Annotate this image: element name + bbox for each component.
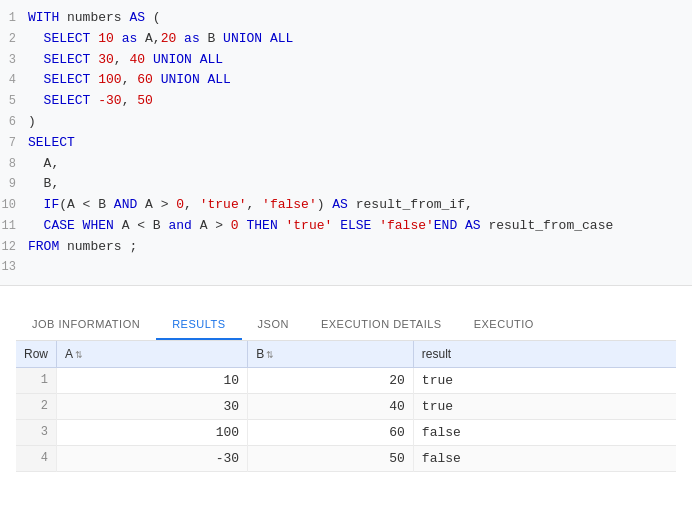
cell-b: 50 <box>248 445 414 471</box>
code-line: 7SELECT <box>0 133 692 154</box>
code-token: -30 <box>98 93 121 108</box>
code-token <box>371 218 379 233</box>
code-token: END <box>434 218 457 233</box>
line-number: 7 <box>0 134 28 153</box>
code-token: ( <box>145 10 161 25</box>
code-token: numbers ; <box>59 239 137 254</box>
line-number: 1 <box>0 9 28 28</box>
line-number: 11 <box>0 217 28 236</box>
cell-a: 30 <box>57 393 248 419</box>
col-header-row[interactable]: Row <box>16 341 57 368</box>
cell-b: 20 <box>248 367 414 393</box>
code-token: UNION ALL <box>161 72 231 87</box>
tab-results[interactable]: RESULTS <box>156 310 241 340</box>
code-line: 1WITH numbers AS ( <box>0 8 692 29</box>
code-token: 100 <box>98 72 121 87</box>
code-token <box>278 218 286 233</box>
code-token: , <box>114 52 130 67</box>
col-header-b[interactable]: B⇅ <box>248 341 414 368</box>
line-content: ) <box>28 112 36 133</box>
code-token: AS <box>332 197 348 212</box>
table-row: 310060false <box>16 419 676 445</box>
code-token: 50 <box>137 93 153 108</box>
code-token: 'true' <box>286 218 333 233</box>
cell-a: -30 <box>57 445 248 471</box>
line-content: SELECT 30, 40 UNION ALL <box>28 50 223 71</box>
col-header-a[interactable]: A⇅ <box>57 341 248 368</box>
code-token: 'true' <box>200 197 247 212</box>
line-number: 3 <box>0 51 28 70</box>
code-token <box>28 197 44 212</box>
line-content: SELECT 10 as A,20 as B UNION ALL <box>28 29 293 50</box>
col-header-result[interactable]: result <box>413 341 676 368</box>
code-token: FROM <box>28 239 59 254</box>
code-line: 13 <box>0 258 692 277</box>
line-number: 4 <box>0 71 28 90</box>
code-token: , <box>184 197 200 212</box>
code-token: A > <box>137 197 176 212</box>
results-section: JOB INFORMATIONRESULTSJSONEXECUTION DETA… <box>0 286 692 472</box>
line-number: 6 <box>0 113 28 132</box>
code-line: 6) <box>0 112 692 133</box>
code-token: THEN <box>246 218 277 233</box>
code-token: B, <box>28 176 59 191</box>
line-number: 9 <box>0 175 28 194</box>
tab-json[interactable]: JSON <box>242 310 305 340</box>
code-token <box>28 218 44 233</box>
code-token: as <box>122 31 138 46</box>
code-token: ) <box>317 197 333 212</box>
code-token: 0 <box>231 218 239 233</box>
code-token: SELECT <box>28 135 75 150</box>
cell-a: 100 <box>57 419 248 445</box>
table-row: 11020true <box>16 367 676 393</box>
line-content: CASE WHEN A < B and A > 0 THEN 'true' EL… <box>28 216 613 237</box>
code-token: numbers <box>59 10 129 25</box>
cell-a: 10 <box>57 367 248 393</box>
code-token: UNION ALL <box>153 52 223 67</box>
line-number: 12 <box>0 238 28 257</box>
code-token: 'false' <box>262 197 317 212</box>
line-number: 2 <box>0 30 28 49</box>
code-token: IF <box>44 197 60 212</box>
code-line: 2 SELECT 10 as A,20 as B UNION ALL <box>0 29 692 50</box>
line-content: A, <box>28 154 59 175</box>
code-token: as <box>184 31 200 46</box>
cell-result: true <box>413 367 676 393</box>
line-content: B, <box>28 174 59 195</box>
sort-icon: ⇅ <box>75 350 83 360</box>
code-token: , <box>246 197 262 212</box>
code-token: , <box>122 72 138 87</box>
code-token: SELECT <box>28 93 90 108</box>
line-number: 8 <box>0 155 28 174</box>
code-token <box>145 52 153 67</box>
code-token: and <box>168 218 191 233</box>
code-token: AS <box>465 218 481 233</box>
code-line: 9 B, <box>0 174 692 195</box>
tab-executio[interactable]: EXECUTIO <box>458 310 550 340</box>
sort-icon: ⇅ <box>266 350 274 360</box>
cell-result: true <box>413 393 676 419</box>
code-token: A < B <box>114 218 169 233</box>
tab-job-information[interactable]: JOB INFORMATION <box>16 310 156 340</box>
results-table: RowA⇅B⇅result 11020true23040true310060fa… <box>16 341 676 472</box>
tab-execution-details[interactable]: EXECUTION DETAILS <box>305 310 458 340</box>
code-line: 8 A, <box>0 154 692 175</box>
code-token <box>153 72 161 87</box>
line-number: 5 <box>0 92 28 111</box>
code-token: 'false' <box>379 218 434 233</box>
code-line: 4 SELECT 100, 60 UNION ALL <box>0 70 692 91</box>
code-token: 10 <box>98 31 114 46</box>
line-content: SELECT <box>28 133 75 154</box>
row-number: 2 <box>16 393 57 419</box>
code-token: A > <box>192 218 231 233</box>
code-editor[interactable]: 1WITH numbers AS (2 SELECT 10 as A,20 as… <box>0 0 692 286</box>
code-token: SELECT <box>28 72 90 87</box>
row-number: 4 <box>16 445 57 471</box>
code-token: ELSE <box>340 218 371 233</box>
code-token <box>114 31 122 46</box>
line-content: WITH numbers AS ( <box>28 8 161 29</box>
code-token: (A < B <box>59 197 114 212</box>
code-token <box>332 218 340 233</box>
code-line: 12FROM numbers ; <box>0 237 692 258</box>
cell-result: false <box>413 419 676 445</box>
